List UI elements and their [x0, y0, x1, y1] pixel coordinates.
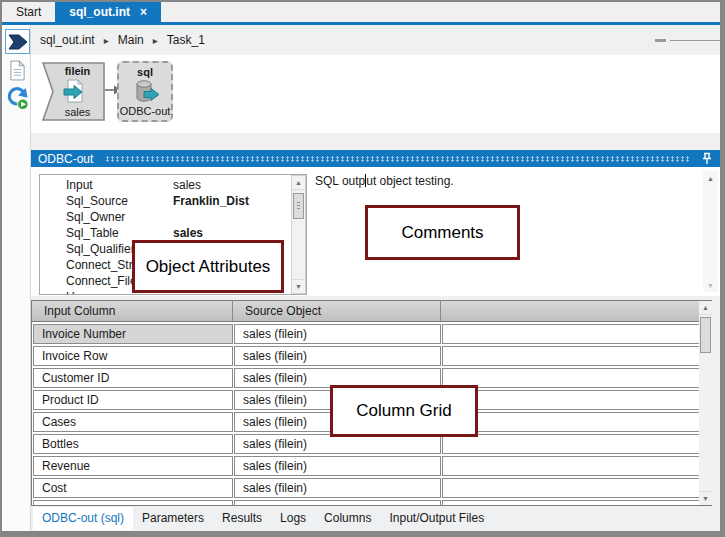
grid-cell-empty[interactable]	[442, 324, 700, 344]
attribute-name: Sql_Source	[66, 193, 128, 209]
grid-cell-input[interactable]: Invoice Row	[33, 346, 233, 366]
panel-title: ODBC-out	[38, 152, 93, 166]
grid-cell-source[interactable]: sales (filein)	[234, 324, 441, 344]
attribute-value: sales	[173, 177, 201, 193]
node-filein[interactable]: filein sales	[42, 62, 105, 121]
node-filein-label: sales	[50, 106, 105, 118]
attribute-name: Sql_Qualifier	[66, 241, 135, 257]
breadcrumb-item-task-1[interactable]: Task_1	[167, 33, 205, 47]
grid-cell-empty[interactable]	[442, 368, 700, 388]
comments-scrollbar[interactable]: ▲ ▼	[703, 171, 718, 292]
attribute-name: Input	[66, 177, 93, 193]
file-input-icon	[61, 79, 88, 104]
breadcrumb: sql_out.int ▸ Main ▸ Task_1	[31, 25, 720, 55]
attribute-value: Franklin_Dist	[173, 193, 249, 209]
history-refresh-icon	[6, 86, 30, 111]
panel-header-odbc-out[interactable]: ODBC-out	[31, 150, 720, 167]
splitter-collapse-handle[interactable]	[655, 39, 666, 42]
scrollbar-thumb[interactable]	[700, 317, 711, 353]
thumb-grip	[297, 202, 300, 210]
grid-cell-empty[interactable]	[442, 434, 700, 454]
grid-cell-empty[interactable]	[442, 456, 700, 476]
scroll-down-icon[interactable]: ▼	[699, 491, 712, 505]
tab-sql-out-int[interactable]: sql_out.int ×	[55, 2, 161, 22]
tab-start-label: Start	[16, 5, 41, 19]
node-filein-title: filein	[50, 65, 105, 77]
grid-cell-source[interactable]: sales (filein)	[234, 434, 441, 454]
grid-cell-input[interactable]: Product ID	[33, 390, 233, 410]
tab-odbc-out-sql[interactable]: ODBC-out (sql)	[33, 507, 133, 530]
window-border-bottom	[0, 531, 725, 537]
node-sql[interactable]: sql ODBC-out	[117, 61, 173, 122]
splitter-line	[670, 40, 720, 41]
pin-icon[interactable]	[701, 152, 713, 165]
scrollbar-thumb[interactable]	[293, 193, 304, 219]
node-sql-label: ODBC-out	[119, 105, 171, 117]
tab-sql-out-int-label: sql_out.int	[69, 5, 130, 19]
run-flow-icon	[7, 33, 29, 51]
scroll-up-icon[interactable]: ▲	[699, 301, 712, 315]
grid-cell-input[interactable]: Cases	[33, 412, 233, 432]
comments-text-after-caret: ut object testing.	[366, 174, 453, 188]
tab-results[interactable]: Results	[213, 507, 271, 530]
attribute-name: Sql_Table	[66, 225, 119, 241]
grid-cell-input[interactable]: Cost	[33, 478, 233, 498]
attribute-row[interactable]: Input sales	[40, 177, 306, 193]
grid-cell-input[interactable]: Bottles	[33, 434, 233, 454]
grid-cell-empty[interactable]	[442, 346, 700, 366]
app-window: Start sql_out.int ×	[0, 0, 725, 537]
grid-cell-input[interactable]: Invoice Number	[33, 324, 233, 344]
annotation-label: Object Attributes	[146, 257, 271, 277]
comments-text: SQL output object testing.	[315, 174, 454, 188]
run-flow-button[interactable]	[5, 29, 30, 54]
annotation-label: Comments	[401, 223, 483, 243]
scroll-up-icon[interactable]: ▲	[703, 171, 718, 185]
bottom-tab-bar: ODBC-out (sql) Parameters Results Logs C…	[31, 506, 720, 531]
scroll-up-icon[interactable]: ▲	[292, 176, 305, 190]
scroll-down-icon[interactable]: ▼	[292, 279, 305, 293]
window-border-left	[0, 0, 2, 537]
breadcrumb-item-main[interactable]: Main	[118, 33, 144, 47]
grid-cell-source[interactable]: sales (filein)	[234, 346, 441, 366]
breadcrumb-item-sql-out-int[interactable]: sql_out.int	[40, 33, 95, 47]
attribute-value: sales	[173, 225, 203, 241]
annotation-comments: Comments	[365, 205, 520, 260]
grid-header: Input Column Source Object	[32, 301, 711, 322]
close-icon[interactable]: ×	[140, 5, 147, 19]
grid-cell-empty[interactable]	[442, 390, 700, 410]
grid-header-empty[interactable]	[441, 301, 700, 321]
grid-header-input-column[interactable]: Input Column	[32, 301, 233, 321]
grid-cell-input[interactable]: Customer ID	[33, 368, 233, 388]
attribute-name: Connect_Strin	[66, 257, 142, 273]
chevron-right-icon: ▸	[104, 35, 109, 46]
tab-logs[interactable]: Logs	[271, 507, 315, 530]
history-refresh-button[interactable]	[5, 86, 30, 111]
tab-input-output-files[interactable]: Input/Output Files	[380, 507, 493, 530]
tab-columns[interactable]: Columns	[315, 507, 380, 530]
scroll-down-icon[interactable]: ▼	[703, 278, 718, 292]
window-border-right	[720, 0, 725, 537]
attribute-row[interactable]: Sql_Table sales	[40, 225, 306, 241]
attribute-name: Sql_Owner	[66, 209, 125, 225]
grid-cell-source[interactable]: sales (filein)	[234, 478, 441, 498]
grid-cell-empty[interactable]	[442, 412, 700, 432]
attributes-scrollbar[interactable]: ▲ ▼	[291, 175, 306, 294]
grid-cell-empty[interactable]	[442, 478, 700, 498]
window-border-top	[0, 0, 725, 2]
top-tab-strip: Start sql_out.int ×	[2, 2, 720, 22]
chevron-right-icon: ▸	[153, 35, 158, 46]
document-button[interactable]	[5, 58, 30, 83]
attribute-row[interactable]: Sql_Owner	[40, 209, 306, 225]
tab-parameters[interactable]: Parameters	[133, 507, 213, 530]
tab-start[interactable]: Start	[2, 2, 55, 22]
annotation-column-grid: Column Grid	[330, 385, 478, 437]
flow-canvas: filein sales sql ODBC-out	[31, 55, 720, 133]
grid-cell-input[interactable]: Revenue	[33, 456, 233, 476]
grid-scrollbar[interactable]: ▲ ▼	[699, 301, 712, 505]
attribute-row[interactable]: Sql_Source Franklin_Dist	[40, 193, 306, 209]
annotation-label: Column Grid	[356, 401, 451, 421]
grid-cell-source[interactable]: sales (filein)	[234, 456, 441, 476]
grid-header-source-object[interactable]: Source Object	[233, 301, 441, 321]
annotation-object-attributes: Object Attributes	[132, 240, 284, 293]
panel-grip-dots	[105, 156, 691, 162]
